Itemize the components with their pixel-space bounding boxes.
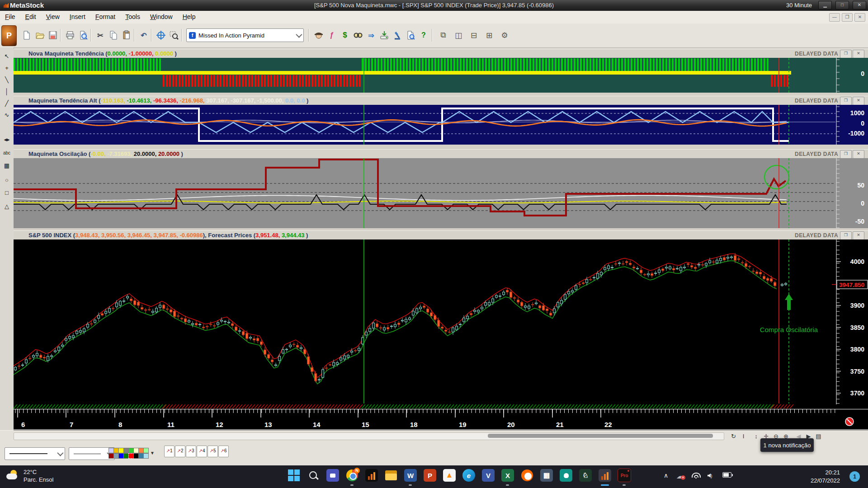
color-swatch[interactable] — [143, 448, 149, 453]
new-chart-icon[interactable] — [20, 28, 33, 42]
close-button[interactable]: ✕ — [853, 1, 866, 9]
copy-icon[interactable] — [107, 28, 120, 42]
chrome-icon[interactable]: N — [345, 469, 359, 482]
onedrive-error-icon[interactable]: ☁✕ — [676, 472, 684, 480]
line-style-dropdown-1[interactable] — [5, 447, 65, 460]
file-explorer-icon[interactable] — [384, 469, 398, 482]
search-icon[interactable] — [307, 469, 320, 482]
panel-close-button[interactable]: ✕ — [853, 231, 864, 240]
browser-orange-icon[interactable] — [520, 469, 534, 482]
cut-icon[interactable]: ✂ — [94, 28, 107, 42]
metastock-icon[interactable] — [365, 469, 378, 482]
color-swatch[interactable] — [143, 453, 149, 459]
layout-template-button-4[interactable]: ↗4 — [197, 446, 207, 457]
cursor-i-button[interactable]: I — [739, 432, 748, 441]
panel-close-button[interactable]: ✕ — [853, 50, 864, 58]
chart-area-p1[interactable]: 0 — [0, 58, 868, 94]
lamp-icon[interactable] — [559, 469, 573, 482]
menu-insert[interactable]: Insert — [65, 11, 90, 23]
tile-vertical-icon[interactable]: ◫ — [452, 28, 465, 42]
help-pointer-icon[interactable]: ? — [417, 28, 430, 42]
print-icon[interactable] — [63, 28, 77, 42]
chart-area-p4[interactable]: 4000390038503800375037003947.850Compra O… — [0, 239, 868, 404]
go-arrow-icon[interactable]: ⇒ — [364, 28, 378, 42]
title-part: 3,951.48, — [255, 232, 280, 239]
data-window-button[interactable]: ▤ — [814, 432, 823, 441]
downloader-icon[interactable] — [377, 28, 391, 42]
window-title: [S&P 500 Nova Maquineta.mwc - [.SPX] S&P… — [0, 2, 868, 9]
layout-template-button-1[interactable]: ↗1 — [164, 446, 175, 457]
chart-area-p2[interactable]: 10000-1000 — [0, 105, 868, 145]
notification-count-badge[interactable]: 1 — [849, 471, 860, 482]
layout-template-button-2[interactable]: ↗2 — [175, 446, 185, 457]
layout-template-button-3[interactable]: ↗3 — [186, 446, 196, 457]
menu-tools[interactable]: Tools — [120, 11, 145, 23]
cascade-windows-icon[interactable]: ⧉ — [436, 28, 450, 42]
undo-icon[interactable]: ↶ — [137, 28, 151, 42]
print-preview-icon[interactable] — [76, 28, 90, 42]
menu-help[interactable]: Help — [178, 11, 201, 23]
system-tester-icon[interactable] — [391, 28, 404, 42]
child-close-button[interactable]: ✕ — [854, 13, 865, 22]
menu-format[interactable]: Format — [90, 11, 120, 23]
vlc-icon[interactable]: ▲ — [443, 469, 456, 482]
taskbar-clock[interactable]: 20:21 22/07/2022 — [811, 469, 840, 485]
scan-icon[interactable] — [351, 28, 365, 42]
panel-restore-button[interactable]: ❐ — [840, 231, 852, 240]
child-restore-button[interactable]: ❐ — [842, 13, 853, 22]
scrollbar-thumb[interactable] — [488, 434, 713, 438]
pro-icon[interactable]: Pro — [618, 469, 631, 482]
panel-restore-button[interactable]: ❐ — [840, 97, 852, 105]
start-icon[interactable] — [287, 469, 301, 482]
explorer-icon[interactable] — [312, 28, 326, 42]
horizontal-scrollbar[interactable] — [14, 432, 724, 440]
indicator-dropdown[interactable]: fMissed In Action Pyramid — [186, 28, 304, 42]
chess-icon[interactable]: ♘ — [579, 469, 592, 482]
teams-icon[interactable] — [326, 469, 340, 482]
menu-window[interactable]: Window — [145, 11, 178, 23]
menu-edit[interactable]: Edit — [20, 11, 41, 23]
word-icon[interactable]: W — [404, 469, 417, 482]
excel-icon[interactable]: X — [501, 469, 514, 482]
minimize-button[interactable]: ▁ — [818, 1, 832, 9]
paste-icon[interactable] — [120, 28, 133, 42]
tile-horizontal-icon[interactable]: ⊟ — [467, 28, 481, 42]
date-axis[interactable]: 67811121314151819202122 — [0, 404, 868, 430]
indicator-builder-icon[interactable]: ƒ — [325, 28, 339, 42]
panel-close-button[interactable]: ✕ — [853, 150, 864, 159]
calculator-icon[interactable]: ▦ — [540, 469, 553, 482]
panel-title-p4: S&P 500 INDEX (3,948.43, 3,950.56, 3,946… — [28, 232, 308, 239]
dollar-icon[interactable]: $ — [338, 28, 352, 42]
tool-text-abc[interactable]: abc — [1, 148, 12, 158]
palette-dropdown-arrow[interactable]: ▼ — [150, 450, 155, 455]
layout-template-button-5[interactable]: ↗5 — [208, 446, 218, 457]
vertical-scale-button[interactable]: ↕ — [751, 432, 761, 441]
panel-restore-button[interactable]: ❐ — [840, 50, 852, 58]
panel-close-button[interactable]: ✕ — [853, 97, 864, 105]
chart-area-p3[interactable]: 500-50 — [0, 158, 868, 229]
maximize-button[interactable]: □ — [835, 1, 849, 9]
zoom-box-icon[interactable] — [167, 28, 181, 42]
line-style-dropdown-2[interactable] — [69, 447, 115, 460]
menu-view[interactable]: View — [41, 11, 65, 23]
open-chart-icon[interactable] — [33, 28, 47, 42]
metastock-active-icon[interactable] — [598, 469, 612, 482]
tray-chevron-icon[interactable]: ∧ — [664, 472, 668, 479]
report-icon[interactable] — [404, 28, 417, 42]
visio-icon[interactable]: V — [481, 469, 495, 482]
edge-icon[interactable]: e — [462, 469, 476, 482]
wifi-icon[interactable] — [692, 472, 701, 479]
child-minimize-button[interactable]: — — [829, 13, 840, 22]
menu-file[interactable]: File — [0, 11, 20, 23]
panel-restore-button[interactable]: ❐ — [840, 150, 852, 159]
crosshair-target-icon[interactable] — [154, 28, 168, 42]
powerpoint-icon[interactable]: P — [423, 469, 437, 482]
battery-icon[interactable] — [722, 472, 731, 479]
window-options-icon[interactable]: ⚙ — [498, 28, 511, 42]
tile-grid-icon[interactable]: ⊞ — [482, 28, 496, 42]
taskbar-weather[interactable]: 22°C Parc. Ensol — [6, 468, 53, 483]
save-chart-icon[interactable] — [46, 28, 60, 42]
layout-template-button-6[interactable]: ↗6 — [218, 446, 229, 457]
refresh-button[interactable]: ↻ — [729, 432, 738, 441]
volume-icon[interactable]: ) — [708, 472, 712, 479]
